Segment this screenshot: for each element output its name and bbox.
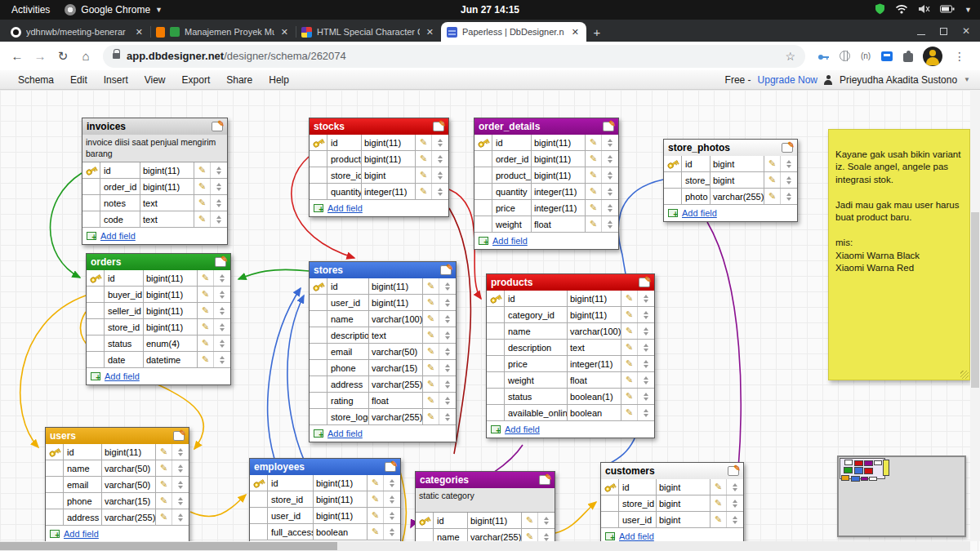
minimap[interactable] bbox=[837, 455, 966, 537]
field-row-quantity[interactable]: quantityinteger(11)✎ bbox=[310, 184, 448, 200]
field-row-id[interactable]: idbigint(11)✎ bbox=[487, 291, 654, 307]
field-row-id[interactable]: idbigint(11)✎ bbox=[87, 270, 230, 287]
add-field-link[interactable]: Add field bbox=[100, 231, 136, 241]
sticky-note[interactable]: Kayane gak usah bikin variant iz. Soale … bbox=[828, 129, 970, 380]
edit-field-icon[interactable]: ✎ bbox=[586, 184, 602, 199]
edit-table-icon[interactable] bbox=[603, 122, 614, 131]
table-header-stocks[interactable]: stocks bbox=[310, 118, 448, 135]
table-header-employees[interactable]: employees bbox=[250, 459, 400, 475]
close-tab-icon[interactable]: ✕ bbox=[425, 27, 435, 38]
field-row-phone[interactable]: phonevarchar(15)✎ bbox=[46, 493, 189, 509]
add-field-link[interactable]: Add field bbox=[327, 429, 363, 438]
edit-field-icon[interactable]: ✎ bbox=[194, 179, 211, 194]
table-orders[interactable]: ordersidbigint(11)✎buyer_idbigint(11)✎se… bbox=[86, 253, 231, 385]
sort-field-icon[interactable] bbox=[211, 211, 226, 227]
add-field-link[interactable]: Add field bbox=[327, 203, 363, 213]
table-order_details[interactable]: order_detailsidbigint(11)✎order_idbigint… bbox=[474, 118, 619, 250]
sort-field-icon[interactable] bbox=[638, 340, 653, 355]
horizontal-scrollbar-thumb[interactable] bbox=[0, 542, 337, 550]
field-row-notes[interactable]: notestext✎ bbox=[82, 195, 227, 211]
tab-manajemen-proyek[interactable]: Manajemen Proyek Mu ✕ bbox=[150, 22, 296, 42]
table-header-users[interactable]: users bbox=[46, 428, 189, 444]
field-row-available_online[interactable]: available_onlineboolean✎ bbox=[487, 405, 654, 421]
edit-field-icon[interactable]: ✎ bbox=[764, 189, 781, 204]
system-menu-caret-icon[interactable]: ▼ bbox=[964, 6, 972, 14]
edit-field-icon[interactable]: ✎ bbox=[423, 278, 439, 294]
battery-icon[interactable] bbox=[940, 4, 955, 16]
sort-field-icon[interactable] bbox=[439, 311, 455, 327]
field-row-id[interactable]: idbigint(11)✎ bbox=[82, 162, 227, 179]
field-row-order_id[interactable]: order_idbigint(11)✎ bbox=[474, 151, 618, 167]
add-field-link[interactable]: Add field bbox=[505, 424, 540, 434]
menu-insert[interactable]: Insert bbox=[96, 74, 136, 86]
field-row-address[interactable]: addressvarchar(255)✎ bbox=[46, 509, 189, 526]
edit-field-icon[interactable]: ✎ bbox=[416, 184, 432, 199]
sort-field-icon[interactable] bbox=[602, 135, 617, 150]
sort-field-icon[interactable] bbox=[384, 508, 399, 523]
sort-field-icon[interactable] bbox=[638, 291, 653, 306]
sort-field-icon[interactable] bbox=[439, 393, 455, 408]
edit-table-icon[interactable] bbox=[639, 278, 650, 287]
user-menu-caret-icon[interactable]: ▼ bbox=[964, 76, 970, 83]
field-row-store_logo[interactable]: store_logovarchar(255)✎ bbox=[310, 409, 456, 425]
table-users[interactable]: usersidbigint(11)✎namevarchar(50)✎emailv… bbox=[45, 427, 189, 543]
edit-field-icon[interactable]: ✎ bbox=[156, 460, 172, 476]
field-row-store_id[interactable]: store_idbigint✎ bbox=[310, 167, 448, 184]
sort-field-icon[interactable] bbox=[727, 479, 742, 495]
sort-field-icon[interactable] bbox=[384, 475, 399, 491]
edit-field-icon[interactable]: ✎ bbox=[710, 495, 727, 511]
sort-field-icon[interactable] bbox=[439, 409, 455, 424]
menu-share[interactable]: Share bbox=[218, 74, 261, 86]
sort-field-icon[interactable] bbox=[211, 179, 226, 194]
field-row-date[interactable]: datedatetime✎ bbox=[87, 352, 230, 368]
sort-field-icon[interactable] bbox=[781, 189, 796, 204]
sort-field-icon[interactable] bbox=[638, 307, 653, 322]
menu-schema[interactable]: Schema bbox=[10, 74, 62, 86]
edit-table-icon[interactable] bbox=[173, 431, 185, 441]
edit-table-icon[interactable] bbox=[539, 475, 550, 485]
edit-field-icon[interactable]: ✎ bbox=[198, 335, 214, 351]
sort-field-icon[interactable] bbox=[439, 344, 455, 359]
edit-field-icon[interactable]: ✎ bbox=[621, 307, 638, 322]
edit-field-icon[interactable]: ✎ bbox=[621, 372, 638, 388]
field-row-weight[interactable]: weightfloat✎ bbox=[487, 372, 654, 389]
edit-field-icon[interactable]: ✎ bbox=[621, 291, 638, 306]
horizontal-scrollbar[interactable] bbox=[0, 541, 970, 551]
field-row-id[interactable]: idbigint(11)✎ bbox=[474, 135, 618, 151]
edit-field-icon[interactable]: ✎ bbox=[586, 216, 602, 232]
add-field-link[interactable]: Add field bbox=[682, 208, 717, 218]
sort-field-icon[interactable] bbox=[214, 352, 229, 367]
menu-help[interactable]: Help bbox=[261, 74, 297, 86]
field-row-product_id[interactable]: product_idbigint(11)✎ bbox=[310, 151, 448, 167]
field-row-seller_id[interactable]: seller_idbigint(11)✎ bbox=[87, 303, 230, 319]
table-employees[interactable]: employeesidbigint(11)✎store_idbigint(11)… bbox=[249, 458, 401, 551]
puzzle-extension-icon[interactable] bbox=[902, 50, 915, 63]
edit-field-icon[interactable]: ✎ bbox=[710, 479, 727, 495]
edit-field-icon[interactable]: ✎ bbox=[198, 352, 214, 367]
table-store_photos[interactable]: store_photosidbigint✎store_idbigint✎phot… bbox=[663, 139, 798, 222]
table-products[interactable]: productsidbigint(11)✎category_idbigint(1… bbox=[486, 273, 655, 438]
tab-github-repo[interactable]: ydhnwb/meeting-benerar ✕ bbox=[5, 22, 150, 42]
close-tab-icon[interactable]: ✕ bbox=[570, 27, 581, 38]
sort-field-icon[interactable] bbox=[638, 372, 653, 388]
field-row-code[interactable]: codetext✎ bbox=[82, 211, 227, 228]
sort-field-icon[interactable] bbox=[384, 491, 399, 507]
table-header-customers[interactable]: customers bbox=[601, 463, 743, 479]
tab-dbdesigner-active[interactable]: Paperless | DbDesigner.n ✕ bbox=[441, 22, 586, 42]
edit-field-icon[interactable]: ✎ bbox=[156, 509, 172, 525]
sort-field-icon[interactable] bbox=[439, 295, 455, 310]
field-row-order_id[interactable]: order_idbigint(11)✎ bbox=[82, 179, 227, 195]
schema-canvas[interactable]: invoicesinvoice diisi saat penjual mengi… bbox=[0, 90, 980, 551]
sort-field-icon[interactable] bbox=[439, 360, 455, 375]
field-row-id[interactable]: idbigint(11)✎ bbox=[46, 444, 189, 460]
edit-field-icon[interactable]: ✎ bbox=[423, 360, 439, 375]
menu-edit[interactable]: Edit bbox=[62, 74, 96, 86]
sort-field-icon[interactable] bbox=[602, 151, 617, 167]
browser-menu-icon[interactable]: ⋮ bbox=[951, 50, 969, 63]
globe-extension-icon[interactable] bbox=[838, 50, 851, 63]
table-invoices[interactable]: invoicesinvoice diisi saat penjual mengi… bbox=[82, 118, 228, 245]
field-row-store_id[interactable]: store_idbigint✎ bbox=[601, 495, 743, 512]
vertical-scrollbar-thumb[interactable] bbox=[971, 212, 979, 388]
minimize-window-icon[interactable] bbox=[917, 24, 925, 38]
sort-field-icon[interactable] bbox=[638, 405, 653, 420]
